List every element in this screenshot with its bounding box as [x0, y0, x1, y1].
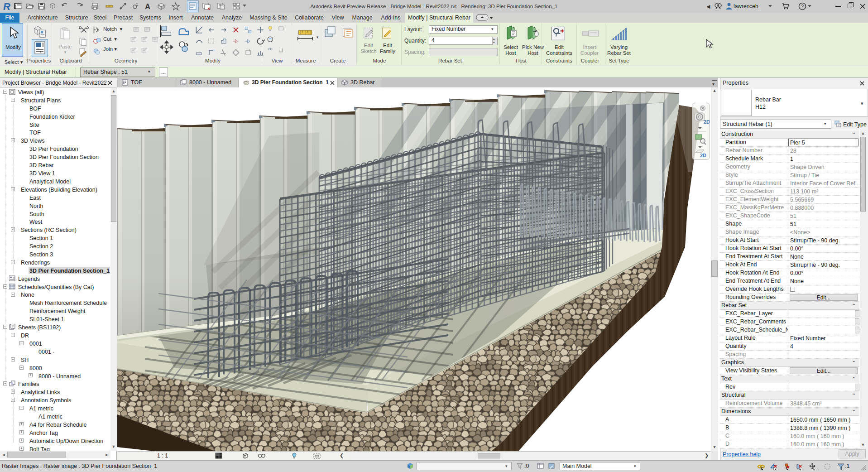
svg-text:2D: 2D: [704, 119, 710, 125]
svg-text:?: ?: [801, 4, 804, 9]
svg-text:2D: 2D: [700, 153, 706, 158]
